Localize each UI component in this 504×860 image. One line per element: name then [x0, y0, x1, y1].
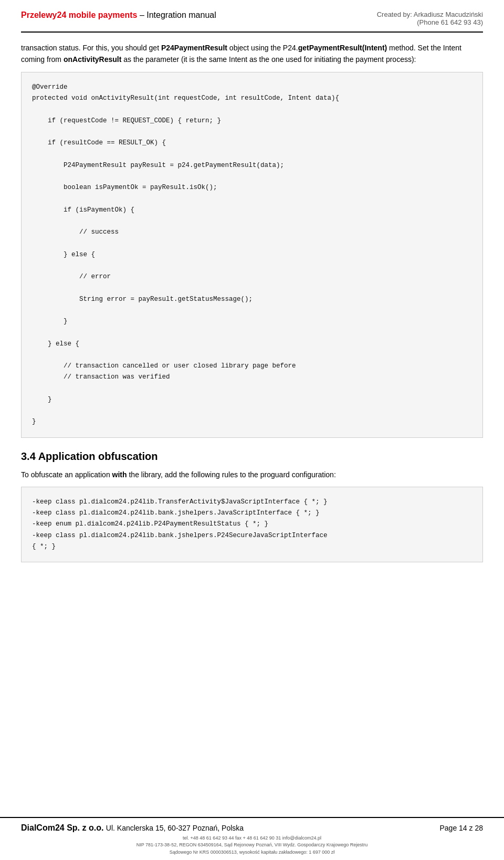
code-block-1: @Override protected void onActivityResul…: [21, 72, 483, 438]
intro-text-1: transaction status. For this, you should…: [21, 44, 161, 52]
footer-details-line1: tel. +48 48 61 642 93 44 fax + 48 61 642…: [21, 835, 483, 842]
footer: DialCom24 Sp. z o.o. Ul. Kanclerska 15, …: [0, 817, 504, 861]
page-container: Przelewy24 mobile payments – Integration…: [0, 0, 504, 584]
footer-address: Ul. Kanclerska 15, 60-327 Poznań, Polska: [106, 824, 244, 832]
footer-details: tel. +48 48 61 642 93 44 fax + 48 61 642…: [21, 835, 483, 856]
header-title-rest: – Integration manual: [137, 11, 216, 19]
footer-details-line2: NIP 781-173-38-52, REGON 634509164, Sąd …: [21, 842, 483, 849]
section-number: 3.4: [21, 450, 36, 462]
intro-text-2: object using the P24.: [227, 44, 298, 52]
intro-bold-3: onActivityResult: [64, 55, 121, 64]
footer-main: DialCom24 Sp. z o.o. Ul. Kanclerska 15, …: [21, 823, 483, 833]
section-bold-1: with: [112, 470, 127, 479]
footer-company: DialCom24 Sp. z o.o.: [21, 823, 103, 832]
header-created-by: Created by: Arkadiusz Macudziński: [377, 11, 483, 18]
code-block-2: -keep class pl.dialcom24.p24lib.Transfer…: [21, 487, 483, 562]
header-phone: (Phone 61 642 93 43): [377, 18, 483, 26]
section-heading: 3.4 Application obfuscation: [21, 450, 483, 463]
section-text-1: To obfuscate an application: [21, 470, 112, 479]
section-title: Application obfuscation: [38, 450, 158, 462]
intro-text-4: as the parameter (it is the same Intent …: [121, 55, 416, 64]
footer-details-line3: Sądowego Nr KRS 0000306513, wysokość kap…: [21, 849, 483, 856]
section-text-paragraph: To obfuscate an application with the lib…: [21, 469, 483, 480]
header-right: Created by: Arkadiusz Macudziński (Phone…: [377, 11, 483, 26]
intro-bold-1: P24PaymentResult: [161, 44, 227, 52]
header-title-bold: Przelewy24 mobile payments: [21, 11, 137, 19]
intro-bold-2: getPaymentResult(Intent): [298, 44, 387, 52]
footer-page: Page 14 z 28: [439, 824, 483, 832]
footer-company-address: DialCom24 Sp. z o.o. Ul. Kanclerska 15, …: [21, 823, 244, 833]
header-title: Przelewy24 mobile payments – Integration…: [21, 11, 216, 20]
header: Przelewy24 mobile payments – Integration…: [21, 11, 483, 33]
section-text-2: the library, add the following rules to …: [127, 470, 336, 479]
intro-paragraph: transaction status. For this, you should…: [21, 42, 483, 66]
